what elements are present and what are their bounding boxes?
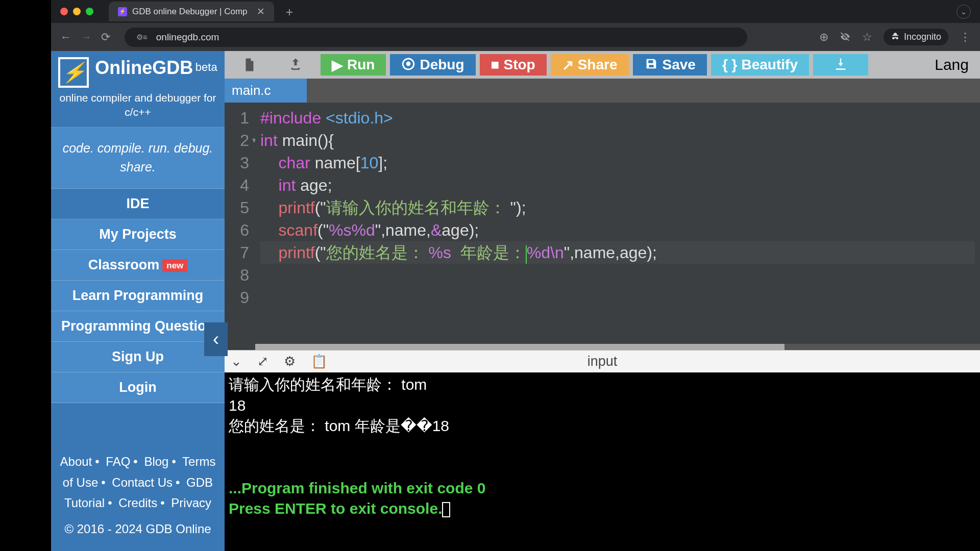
chevron-down-icon[interactable]: ⌄	[231, 354, 242, 369]
io-header: ⌄ ⤢ ⚙ 📋 input	[225, 350, 980, 372]
file-tabstrip: main.c	[225, 79, 980, 103]
sidebar-item-label: Learn Programming	[72, 288, 204, 303]
language-label[interactable]: Lang	[927, 54, 976, 76]
button-label: Run	[347, 57, 375, 73]
footer-link[interactable]: Privacy	[171, 496, 211, 510]
beautify-button[interactable]: { }Beautify	[711, 54, 809, 76]
console-cursor	[442, 502, 450, 517]
gear-icon[interactable]: ⚙	[284, 354, 296, 369]
url-text: onlinegdb.com	[156, 32, 219, 43]
download-icon	[834, 57, 848, 73]
footer-link[interactable]: Credits	[118, 496, 157, 510]
sidebar-item-label: Programming Question	[61, 318, 214, 334]
button-label: Debug	[420, 57, 464, 73]
back-button[interactable]: ←	[60, 31, 71, 44]
brand-beta: beta	[195, 61, 217, 73]
expand-icon[interactable]: ⤢	[257, 354, 268, 369]
sidebar-item-label: IDE	[126, 196, 149, 211]
maximize-window-button[interactable]	[86, 8, 93, 15]
brand-name: OnlineGDB	[95, 57, 193, 78]
save-button[interactable]: Save	[633, 54, 707, 76]
debug-button[interactable]: ⦿Debug	[390, 54, 475, 76]
code-editor[interactable]: 1 2 3 4 5 6 7 8 9 #include <stdio.h> int…	[225, 103, 980, 350]
star-icon[interactable]: ☆	[862, 31, 872, 44]
console-status-finished: ...Program finished with exit code 0	[229, 480, 485, 496]
sidebar-item-ide[interactable]: IDE	[51, 189, 225, 219]
forward-button[interactable]: →	[81, 31, 92, 44]
browser-tabstrip: ⚡ GDB online Debugger | Comp ✕ ＋	[109, 2, 296, 21]
horizontal-scrollbar[interactable]	[255, 344, 980, 350]
stop-icon: ■	[491, 57, 500, 73]
reload-button[interactable]: ⟳	[101, 31, 110, 44]
file-tab[interactable]: main.c	[225, 79, 307, 103]
line-number: 5	[225, 196, 249, 219]
line-number: 9	[225, 286, 249, 309]
scrollbar-thumb[interactable]	[255, 344, 785, 350]
console-line: 您的姓名是： tom 年龄是��18	[229, 417, 449, 434]
upload-button[interactable]	[275, 54, 316, 76]
footer-link[interactable]: About	[60, 455, 92, 468]
sidebar-item-classroom[interactable]: Classroomnew	[51, 250, 225, 281]
close-tab-icon[interactable]: ✕	[257, 6, 265, 17]
run-button[interactable]: ▶Run	[321, 54, 386, 76]
sidebar-item-label: Login	[119, 380, 156, 395]
sidebar-item-learn-programming[interactable]: Learn Programming	[51, 281, 225, 311]
button-label: Beautify	[742, 57, 798, 73]
footer-link[interactable]: Contact Us	[112, 475, 173, 489]
play-icon: ▶	[332, 57, 343, 73]
window-titlebar: ⚡ GDB online Debugger | Comp ✕ ＋ ⌄	[51, 0, 980, 23]
zoom-icon[interactable]: ⊕	[819, 31, 828, 44]
console-output[interactable]: 请输入你的姓名和年龄： tom 18 您的姓名是： tom 年龄是��18 ..…	[225, 372, 980, 551]
sidebar-item-programming-questions[interactable]: Programming Question	[51, 311, 225, 342]
bolt-icon: ⚡	[118, 7, 127, 16]
copyright: © 2016 - 2024 GDB Online	[56, 519, 219, 540]
url-field[interactable]: ⚙≡ onlinegdb.com	[125, 28, 747, 47]
sidebar-item-my-projects[interactable]: My Projects	[51, 219, 225, 250]
button-label: Stop	[503, 57, 535, 73]
io-tab-input[interactable]: input	[587, 354, 618, 369]
footer-link[interactable]: FAQ	[106, 455, 130, 468]
browser-tab[interactable]: ⚡ GDB online Debugger | Comp ✕	[109, 2, 274, 21]
close-window-button[interactable]	[60, 8, 68, 15]
collapse-sidebar-button[interactable]: ‹	[204, 322, 228, 356]
line-gutter: 1 2 3 4 5 6 7 8 9	[225, 103, 255, 350]
line-number: 8	[225, 264, 249, 286]
new-badge: new	[162, 259, 187, 272]
brand-tagline: code. compile. run. debug. share.	[51, 128, 225, 189]
share-button[interactable]: ↗Share	[551, 54, 629, 76]
browser-toolbar-icons: ⊕ ☆ Incognito ⋮	[819, 29, 971, 45]
download-button[interactable]	[813, 54, 868, 76]
sidebar: ⚡ OnlineGDB beta online compiler and deb…	[51, 51, 225, 551]
kebab-menu-icon[interactable]: ⋮	[960, 31, 971, 44]
line-number: 3	[225, 152, 249, 174]
console-line: 请输入你的姓名和年龄： tom	[229, 376, 427, 393]
target-icon: ⦿	[401, 57, 415, 73]
copy-icon[interactable]: 📋	[311, 354, 327, 369]
code-area[interactable]: #include <stdio.h> int main(){ char name…	[255, 103, 980, 350]
bolt-icon: ⚡	[58, 57, 89, 88]
main-pane: ▶Run ⦿Debug ■Stop ↗Share Save { }Beautif…	[225, 51, 980, 551]
footer-links: About• FAQ• Blog• Terms of Use• Contact …	[51, 442, 225, 551]
stop-button[interactable]: ■Stop	[480, 54, 547, 76]
file-tab-label: main.c	[232, 83, 271, 98]
site-settings-icon[interactable]: ⚙≡	[134, 32, 150, 42]
console-prompt: Press ENTER to exit console.	[229, 500, 442, 517]
line-number: 4	[225, 174, 249, 196]
footer-link[interactable]: Blog	[144, 455, 168, 468]
sidebar-item-sign-up[interactable]: Sign Up	[51, 342, 225, 372]
console-line: 18	[229, 397, 246, 414]
sidebar-item-label: My Projects	[99, 227, 177, 242]
incognito-badge[interactable]: Incognito	[884, 29, 948, 45]
new-file-button[interactable]	[229, 54, 271, 76]
line-number: 7	[225, 241, 249, 264]
share-icon: ↗	[562, 57, 574, 73]
chevron-down-icon[interactable]: ⌄	[957, 5, 971, 19]
incognito-icon	[891, 32, 900, 42]
minimize-window-button[interactable]	[73, 8, 81, 15]
new-tab-button[interactable]: ＋	[283, 4, 296, 20]
sidebar-item-login[interactable]: Login	[51, 372, 225, 403]
window-controls	[60, 8, 93, 15]
eye-off-icon[interactable]	[840, 31, 851, 44]
line-number: 1	[225, 107, 249, 129]
line-number: 2	[225, 129, 249, 152]
